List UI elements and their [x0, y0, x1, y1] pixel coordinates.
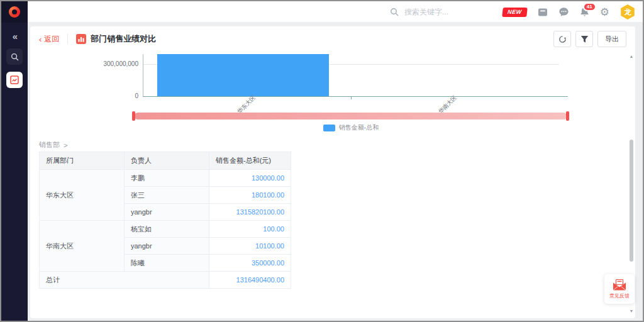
search-icon [390, 8, 399, 16]
report-card: ‹ 返回 部门销售业绩对比 导出 300,000,000 0 [30, 26, 635, 318]
breadcrumb: 销售部 > [39, 140, 67, 150]
topbar-actions: NEW 41 ⚙ 龙 [502, 1, 635, 23]
table-total-row: 总计 1316490400.00 [40, 272, 291, 289]
chart-datazoom-slider[interactable] [133, 113, 568, 119]
datazoom-window[interactable] [135, 113, 567, 119]
collapse-sidebar-icon[interactable]: « [13, 31, 16, 42]
person-cell: 张三 [125, 187, 209, 204]
report-icon [76, 34, 86, 44]
bar-huadong-daqu[interactable] [157, 54, 329, 96]
col-header-department: 所属部门 [40, 152, 125, 170]
chart-legend[interactable]: 销售金额-总和 [143, 123, 559, 132]
filter-button[interactable] [575, 31, 593, 47]
col-header-amount: 销售金额-总和(元) [209, 152, 291, 170]
page-title: 部门销售业绩对比 [91, 33, 156, 45]
person-cell: yangbr [125, 204, 209, 221]
amount-cell[interactable]: 130000.00 [209, 170, 291, 187]
person-cell: yangbr [125, 238, 209, 255]
x-axis [143, 96, 568, 97]
person-cell: 陈曦 [125, 255, 209, 272]
total-amount-cell[interactable]: 1316490400.00 [209, 272, 291, 289]
datazoom-right-handle[interactable] [566, 111, 569, 121]
plot-area [143, 54, 571, 96]
sidebar: « [1, 23, 28, 321]
docs-icon[interactable] [538, 8, 548, 17]
amount-cell[interactable]: 180100.00 [209, 187, 291, 204]
chat-icon[interactable] [558, 7, 569, 17]
feedback-envelope-icon [613, 279, 626, 291]
scrollbar-thumb[interactable] [630, 140, 633, 262]
legend-label: 销售金额-总和 [339, 123, 379, 132]
datazoom-left-handle[interactable] [132, 111, 135, 121]
department-cell: 华东大区 [40, 170, 125, 221]
breadcrumb-sales-dept[interactable]: 销售部 [39, 140, 60, 150]
amount-cell[interactable]: 100.00 [209, 221, 291, 238]
legend-swatch [323, 125, 335, 131]
back-button[interactable]: ‹ 返回 [39, 34, 59, 45]
notification-badge: 41 [583, 3, 596, 11]
refresh-button[interactable] [553, 31, 571, 47]
table-row: 华东大区 李鹏 130000.00 [40, 170, 291, 187]
sidebar-search-button[interactable] [6, 48, 23, 65]
amount-cell[interactable]: 350000.00 [209, 255, 291, 272]
topbar: NEW 41 ⚙ 龙 [1, 1, 643, 23]
logo-ring-icon [9, 6, 20, 18]
bar-chart: 300,000,000 0 华东大区 华南大区 销售金额-总和 [30, 54, 635, 137]
gear-icon[interactable]: ⚙ [600, 7, 609, 18]
feedback-button[interactable]: 意见反馈 [604, 274, 635, 304]
divider [67, 34, 68, 44]
app-window: NEW 41 ⚙ 龙 « ‹ 返回 [0, 0, 644, 322]
app-logo[interactable] [1, 1, 28, 23]
amount-cell[interactable]: 10100.00 [209, 238, 291, 255]
new-badge[interactable]: NEW [502, 8, 527, 17]
search-icon [11, 53, 19, 61]
refresh-icon [558, 35, 567, 43]
global-search [390, 1, 499, 23]
person-cell: 杨宝如 [125, 221, 209, 238]
y-axis-tick-label: 0 [38, 92, 138, 99]
feedback-label: 意见反馈 [609, 292, 630, 299]
x-axis-tick [351, 96, 352, 99]
col-header-person: 负责人 [125, 152, 209, 170]
sidebar-item-dashboard[interactable] [6, 72, 23, 88]
report-header: ‹ 返回 部门销售业绩对比 导出 [30, 26, 635, 52]
export-button[interactable]: 导出 [597, 31, 626, 47]
chevron-left-icon: ‹ [39, 35, 42, 44]
filter-icon [580, 35, 589, 43]
department-cell: 华南大区 [40, 221, 125, 272]
total-label-cell: 总计 [40, 272, 209, 289]
amount-cell[interactable]: 1315820100.00 [209, 204, 291, 221]
scroll-down-arrow[interactable]: ▼ [628, 309, 635, 313]
dashboard-icon [10, 75, 19, 84]
bell-icon[interactable]: 41 [580, 7, 589, 17]
breadcrumb-separator: > [64, 142, 67, 149]
pivot-table: 所属部门 负责人 销售金额-总和(元) 华东大区 李鹏 130000.00 张三… [39, 152, 291, 289]
person-cell: 李鹏 [125, 170, 209, 187]
avatar[interactable]: 龙 [620, 4, 635, 19]
scroll-up-arrow[interactable]: ▲ [628, 54, 635, 58]
table-row: 华南大区 杨宝如 100.00 [40, 221, 291, 238]
table-header-row: 所属部门 负责人 销售金额-总和(元) [40, 152, 291, 170]
search-input[interactable] [404, 8, 499, 16]
y-axis-tick-label: 300,000,000 [38, 60, 138, 67]
